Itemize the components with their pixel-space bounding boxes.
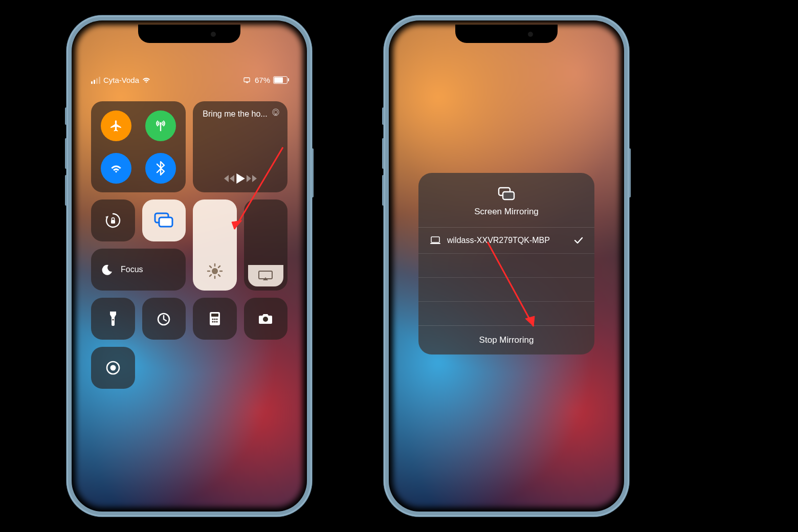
svg-rect-26 — [431, 237, 439, 242]
wifi-icon — [142, 77, 150, 83]
orientation-lock-tile[interactable] — [91, 199, 135, 241]
mirror-empty-row — [418, 253, 594, 277]
svg-point-15 — [216, 318, 217, 320]
airplane-icon — [109, 119, 123, 132]
stop-mirroring-label: Stop Mirroring — [479, 335, 534, 345]
screen-record-tile[interactable] — [91, 347, 135, 389]
play-button[interactable] — [235, 173, 246, 184]
svg-rect-0 — [244, 78, 250, 82]
svg-point-16 — [212, 321, 213, 322]
svg-point-14 — [214, 318, 215, 320]
prev-button[interactable] — [223, 174, 235, 183]
moon-icon — [101, 263, 114, 276]
screen-mirroring-panel: Screen Mirroring wildass-XXVR279TQK-MBP … — [418, 173, 594, 354]
svg-rect-12 — [211, 314, 218, 317]
svg-point-7 — [212, 268, 218, 274]
volume-slider[interactable] — [244, 199, 288, 291]
calculator-icon — [209, 311, 221, 326]
svg-rect-25 — [503, 192, 514, 199]
media-title: Bring me the ho... — [203, 109, 277, 119]
svg-point-13 — [212, 318, 213, 320]
volume-up — [65, 138, 67, 169]
svg-rect-4 — [111, 220, 115, 224]
status-bar: Cyta-Voda 67% — [91, 76, 287, 84]
battery-icon — [273, 76, 287, 84]
mute-switch — [382, 107, 384, 125]
lock-rotation-icon — [104, 212, 122, 229]
cellular-toggle[interactable] — [145, 110, 176, 141]
mirror-device-name: wildass-XXVR279TQK-MBP — [447, 236, 550, 245]
volume-up — [382, 138, 384, 169]
svg-rect-27 — [430, 243, 440, 244]
checkmark-icon — [574, 237, 583, 244]
screen-mirror-status-icon — [243, 77, 252, 83]
notch — [138, 25, 240, 43]
bluetooth-icon — [155, 161, 166, 175]
battery-pct: 67% — [255, 76, 270, 84]
airplay-icon — [271, 108, 280, 117]
svg-point-18 — [216, 321, 217, 322]
signal-icon — [91, 77, 100, 84]
svg-point-19 — [263, 317, 268, 322]
brightness-icon — [207, 263, 223, 279]
mirror-panel-title: Screen Mirroring — [474, 207, 539, 216]
timer-icon — [156, 311, 171, 326]
svg-point-21 — [110, 365, 116, 371]
svg-point-17 — [214, 321, 215, 322]
airplane-toggle[interactable] — [101, 110, 131, 141]
volume-down — [65, 175, 67, 206]
airplay-video-icon — [258, 270, 273, 281]
stop-mirroring-button[interactable]: Stop Mirroring — [418, 325, 594, 354]
camera-icon — [258, 313, 273, 325]
mute-switch — [65, 107, 67, 125]
phone-right: Screen Mirroring wildass-XXVR279TQK-MBP … — [384, 15, 629, 517]
wifi-toggle[interactable] — [101, 153, 131, 184]
mirror-empty-row — [418, 301, 594, 325]
mirror-panel-header: Screen Mirroring — [418, 173, 594, 227]
antenna-icon — [153, 119, 168, 133]
laptop-icon — [430, 236, 441, 245]
screen-mirroring-tile[interactable] — [142, 199, 186, 241]
record-icon — [105, 360, 121, 375]
calculator-tile[interactable] — [193, 298, 237, 340]
media-tile[interactable]: Bring me the ho... — [193, 101, 287, 192]
svg-rect-6 — [159, 217, 172, 227]
focus-label: Focus — [121, 265, 143, 274]
bluetooth-toggle[interactable] — [145, 153, 176, 184]
mirror-device-row[interactable]: wildass-XXVR279TQK-MBP — [418, 227, 594, 253]
screen-mirroring-icon — [153, 212, 174, 229]
power-button — [629, 148, 631, 197]
connectivity-tile[interactable] — [91, 101, 186, 192]
brightness-slider[interactable] — [193, 199, 237, 291]
camera-tile[interactable] — [244, 298, 288, 340]
volume-down — [382, 175, 384, 206]
svg-point-3 — [274, 110, 277, 114]
screen-mirroring-icon — [496, 186, 517, 202]
power-button — [312, 148, 314, 197]
phone-left: Cyta-Voda 67% — [66, 15, 312, 517]
wifi-icon — [109, 162, 123, 175]
mirror-empty-row — [418, 277, 594, 301]
carrier-label: Cyta-Voda — [103, 76, 139, 84]
flashlight-tile[interactable] — [91, 298, 135, 340]
notch — [455, 25, 558, 43]
next-button[interactable] — [246, 174, 258, 183]
timer-tile[interactable] — [142, 298, 186, 340]
flashlight-icon — [108, 311, 118, 327]
control-center: Bring me the ho... — [91, 101, 287, 389]
svg-point-9 — [112, 319, 114, 320]
focus-tile[interactable]: Focus — [91, 249, 186, 291]
